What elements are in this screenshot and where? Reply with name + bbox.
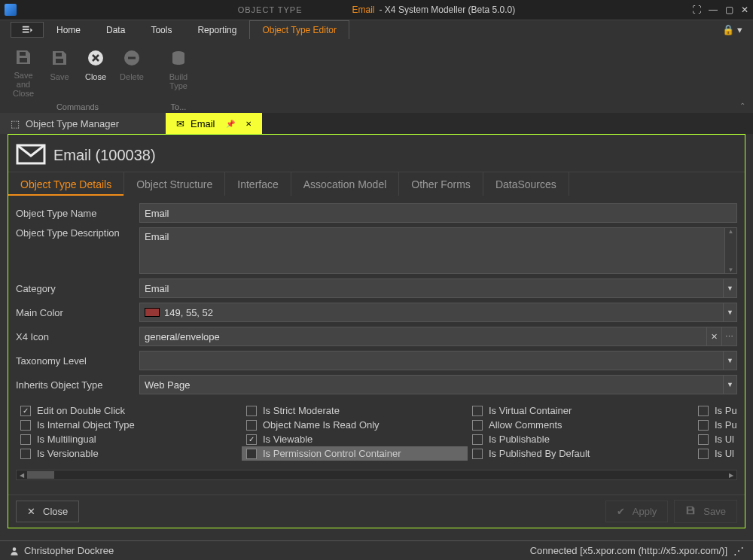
scroll-left-icon[interactable]: ◀ [17,470,27,479]
desc-input[interactable] [139,227,725,274]
color-input[interactable]: 149, 55, 52 [139,303,724,322]
checkbox-label: Is Internal Object Type [37,419,135,431]
ribbon-close-button[interactable]: Close [78,42,113,95]
menu-item-reporting[interactable]: Reporting [184,20,249,39]
doc-tab-email[interactable]: ✉Email📌✕ [166,113,262,134]
checkbox-is-virtual-container[interactable]: Is Virtual Container [468,403,694,418]
color-dropdown-icon[interactable]: ▼ [724,303,737,322]
checkbox-is-pu[interactable]: Is Pu [694,418,737,432]
menu-item-home[interactable]: Home [44,20,93,39]
ribbon-save-and-button[interactable]: Save andClose [6,42,41,95]
ribbon-delete-button[interactable]: Delete [114,42,149,95]
checkbox-box[interactable] [20,420,31,431]
close-icon: ✕ [27,506,35,517]
main-panel: Email (100038) Object Type DetailsObject… [8,134,745,528]
tab-object-structure[interactable]: Object Structure [124,172,225,196]
inherits-dropdown-icon[interactable]: ▼ [724,375,737,394]
taxonomy-dropdown-icon[interactable]: ▼ [724,351,737,370]
ribbon-collapse-icon[interactable]: ⌃ [732,99,753,113]
scroll-right-icon[interactable]: ▶ [726,470,736,479]
save-button[interactable]: Save [674,500,737,523]
title-app-name: - X4 System Modeller (Beta 5.0.0) [380,5,516,15]
checkbox-is-viewable[interactable]: Is Viewable [242,432,468,446]
checkbox-box[interactable] [472,420,483,431]
checkbox-allow-comments[interactable]: Allow Comments [468,418,694,432]
checkbox-box[interactable] [246,434,257,445]
checkbox-box[interactable] [472,449,483,459]
horizontal-scrollbar[interactable]: ◀ ▶ [16,470,737,480]
checkbox-is-strict-moderate[interactable]: Is Strict Moderate [242,403,468,418]
checkbox-box[interactable] [472,406,483,416]
category-dropdown-icon[interactable]: ▼ [724,278,737,298]
checkbox-box[interactable] [246,406,257,416]
menu-item-tools[interactable]: Tools [138,20,184,39]
close-icon [86,48,105,68]
doc-tab-object-type-manager[interactable]: ⬚Object Type Manager [0,113,166,134]
checkbox-label: Is Publishable [489,434,550,445]
tab-datasources[interactable]: DataSources [483,172,569,196]
textarea-scrollbar[interactable]: ▲▼ [725,227,737,274]
checkbox-label: Is Strict Moderate [263,405,340,416]
checkbox-is-permission-control-container[interactable]: Is Permission Control Container [242,446,468,461]
taxonomy-input[interactable] [139,351,724,370]
checkbox-is-ul[interactable]: Is Ul [694,446,737,461]
checkbox-box[interactable] [20,449,31,459]
checkbox-is-multilingual[interactable]: Is Multilingual [16,432,242,446]
checkbox-box[interactable] [246,449,257,459]
checkbox-box[interactable] [20,406,31,416]
checkbox-object-name-is-read-only[interactable]: Object Name Is Read Only [242,418,468,432]
checkbox-box[interactable] [246,420,257,431]
checkbox-box[interactable] [698,449,709,459]
inherits-input[interactable] [139,375,724,394]
icon-input[interactable] [139,327,707,346]
checkbox-label: Is Versionable [37,448,99,459]
close-button[interactable]: ✕ Close [16,501,79,522]
close-tab-icon[interactable]: ✕ [245,120,252,128]
checkbox-is-published-by-default[interactable]: Is Published By Default [468,446,694,461]
checkbox-edit-on-double-click[interactable]: Edit on Double Click [16,403,242,418]
checkbox-is-versionable[interactable]: Is Versionable [16,446,242,461]
pin-icon[interactable]: 📌 [226,120,235,128]
menu-item-data[interactable]: Data [93,20,138,39]
resize-grip-icon[interactable]: ⋰ [733,545,744,557]
minimize-icon[interactable]: — [709,5,718,15]
category-input[interactable] [139,278,724,298]
browse-icon[interactable]: ⋯ [722,327,737,346]
ribbon-group-commands: Save andCloseSaveCloseDeleteCommands [0,39,155,113]
inner-tabs: Object Type DetailsObject StructureInter… [8,172,745,196]
app-menu-button[interactable] [11,22,44,38]
checkbox-label: Is Pu [715,419,737,431]
close-window-icon[interactable]: ✕ [741,5,748,15]
apply-button[interactable]: ✔ Apply [605,501,669,522]
checkbox-label: Is Ul [715,434,734,445]
ribbon-group-to-: BuildTypeTo... [155,39,202,113]
checkbox-is-pu[interactable]: Is Pu [694,403,737,418]
checkbox-box[interactable] [20,434,31,445]
checkbox-box[interactable] [472,434,483,445]
color-swatch [145,308,160,317]
fullscreen-icon[interactable]: ⛶ [692,5,701,15]
name-input[interactable] [139,203,737,223]
checkbox-box[interactable] [698,406,709,416]
ribbon-save-button[interactable]: Save [42,42,77,95]
tab-object-type-details[interactable]: Object Type Details [8,172,124,196]
checkbox-is-ul[interactable]: Is Ul [694,432,737,446]
clear-icon[interactable]: ✕ [707,327,722,346]
checkbox-is-publishable[interactable]: Is Publishable [468,432,694,446]
tab-interface[interactable]: Interface [225,172,291,196]
tab-assocation-model[interactable]: Assocation Model [291,172,400,196]
ribbon-build-button[interactable]: BuildType [161,42,196,95]
scroll-thumb[interactable] [27,471,54,479]
maximize-icon[interactable]: ▢ [725,5,733,15]
icon-label: X4 Icon [16,331,139,342]
ribbon: Save andCloseSaveCloseDeleteCommandsBuil… [0,39,753,113]
mail-icon [16,142,46,169]
panel-footer: ✕ Close ✔ Apply Save [8,495,745,528]
menu-item-object-type-editor[interactable]: Object Type Editor [249,20,349,39]
checkbox-box[interactable] [698,420,709,431]
checkbox-box[interactable] [698,434,709,445]
lock-icon[interactable]: 🔒 ▾ [712,20,753,39]
checkbox-is-internal-object-type[interactable]: Is Internal Object Type [16,418,242,432]
checkbox-label: Is Pu [715,405,737,416]
tab-other-forms[interactable]: Other Forms [399,172,483,196]
